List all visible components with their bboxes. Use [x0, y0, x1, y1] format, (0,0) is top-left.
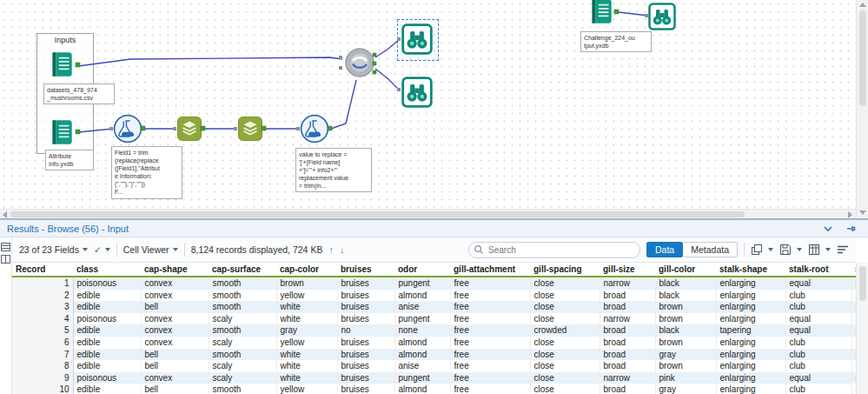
column-header-class[interactable]: class: [73, 263, 141, 277]
table-row[interactable]: 4poisonousconvexscalywhitebruisespungent…: [12, 313, 856, 325]
column-header-gill-size[interactable]: gill-size: [600, 263, 655, 277]
input-tool-attribute-info[interactable]: [47, 117, 76, 147]
table-cell[interactable]: narrow: [600, 277, 655, 290]
table-cell[interactable]: edible: [73, 337, 141, 349]
table-row[interactable]: 10ediblebellsmoothyellowbruisesalmondfre…: [12, 384, 856, 394]
table-row[interactable]: 5edibleconvexsmoothgraynononefreecrowded…: [12, 324, 856, 337]
table-cell[interactable]: white: [276, 360, 337, 372]
table-cell[interactable]: black: [655, 277, 716, 290]
record-number[interactable]: 7: [12, 349, 73, 361]
column-header-gill-color[interactable]: gill-color: [655, 263, 716, 277]
table-cell[interactable]: yellow: [276, 290, 337, 302]
scroll-left-icon[interactable]: [3, 211, 7, 218]
browse-tool-1[interactable]: [401, 23, 433, 55]
table-cell[interactable]: crowded: [530, 324, 600, 337]
column-header-gill-spacing[interactable]: gill-spacing: [530, 263, 600, 277]
table-cell[interactable]: club: [785, 384, 851, 394]
table-cell[interactable]: free: [450, 372, 530, 384]
browse-tool-2[interactable]: [401, 77, 433, 108]
input-tool-mushrooms-csv[interactable]: [47, 50, 76, 79]
table-cell[interactable]: bruises: [337, 301, 394, 313]
record-number[interactable]: 4: [12, 313, 73, 325]
transform-tool-2[interactable]: [237, 116, 263, 142]
table-cell[interactable]: white: [276, 372, 337, 384]
column-header-gill-attachment[interactable]: gill-attachment: [450, 263, 530, 277]
table-cell[interactable]: gray: [276, 324, 337, 337]
column-header-cap-color[interactable]: cap-color: [276, 263, 337, 277]
table-cell[interactable]: free: [450, 384, 530, 394]
table-cell[interactable]: enlarging: [716, 360, 785, 372]
table-cell[interactable]: black: [655, 324, 716, 337]
search-input[interactable]: [468, 242, 640, 258]
column-header-bruises[interactable]: bruises: [337, 263, 394, 277]
table-cell[interactable]: convex: [141, 277, 209, 290]
table-cell[interactable]: bruises: [337, 349, 394, 361]
scroll-down-icon[interactable]: [859, 210, 866, 215]
table-cell[interactable]: enlarging: [716, 277, 785, 290]
data-tab-button[interactable]: Data: [646, 242, 683, 257]
table-cell[interactable]: almond: [394, 349, 450, 361]
table-cell[interactable]: broad: [600, 337, 655, 349]
table-cell[interactable]: yellow: [276, 384, 337, 394]
results-layout-grid-icon[interactable]: [1, 243, 10, 251]
table-cell[interactable]: gray: [655, 384, 716, 394]
table-cell[interactable]: narrow: [600, 313, 655, 325]
record-number[interactable]: 2: [12, 290, 73, 302]
table-cell[interactable]: no: [337, 324, 394, 337]
transform-tool-1[interactable]: [176, 116, 202, 142]
annotation-output[interactable]: Challenge_224_ou tput.yxdb: [580, 31, 652, 52]
column-header-stalk-root[interactable]: stalk-root: [785, 263, 851, 277]
table-cell[interactable]: poisonous: [73, 372, 141, 384]
table-cell[interactable]: broad: [600, 360, 655, 372]
table-cell[interactable]: bruises: [337, 337, 394, 349]
table-scroll-thumb[interactable]: [859, 266, 866, 301]
table-cell[interactable]: white: [276, 301, 337, 313]
table-cell[interactable]: narrow: [600, 372, 655, 384]
more-menu-button[interactable]: [837, 244, 849, 255]
table-cell[interactable]: scaly: [209, 313, 276, 325]
table-cell[interactable]: smooth: [209, 384, 276, 394]
filter-check-dropdown[interactable]: ✓: [94, 244, 110, 255]
table-cell[interactable]: brown: [655, 337, 716, 349]
table-cell[interactable]: broad: [600, 384, 655, 394]
table-cell[interactable]: brown: [655, 301, 716, 313]
v-scroll-thumb[interactable]: [859, 10, 866, 106]
table-cell[interactable]: enlarging: [716, 349, 785, 361]
table-cell[interactable]: brown: [276, 277, 337, 290]
table-cell[interactable]: equal: [785, 313, 851, 325]
table-cell[interactable]: club: [785, 349, 851, 361]
table-row[interactable]: 8ediblebellscalywhitebruisesanisefreeclo…: [12, 360, 856, 372]
table-cell[interactable]: bruises: [337, 360, 394, 372]
table-cell[interactable]: broad: [600, 349, 655, 361]
table-cell[interactable]: broad: [600, 324, 655, 337]
results-layout-split-icon[interactable]: [1, 255, 10, 264]
column-header-stalk-shape[interactable]: stalk-shape: [716, 263, 785, 277]
table-cell[interactable]: close: [530, 290, 600, 302]
formula-tool-2[interactable]: [300, 114, 329, 144]
table-cell[interactable]: pungent: [394, 313, 450, 325]
table-cell[interactable]: edible: [73, 301, 141, 313]
table-cell[interactable]: close: [530, 372, 600, 384]
table-cell[interactable]: club: [785, 290, 851, 302]
scroll-bottom-button[interactable]: ↓: [340, 244, 345, 255]
save-dropdown[interactable]: [779, 244, 802, 256]
table-cell[interactable]: brown: [655, 313, 716, 325]
table-cell[interactable]: white: [276, 313, 337, 325]
table-cell[interactable]: close: [530, 313, 600, 325]
table-cell[interactable]: equal: [785, 277, 851, 290]
table-cell[interactable]: enlarging: [716, 290, 785, 302]
table-cell[interactable]: close: [530, 337, 600, 349]
table-cell[interactable]: broad: [600, 301, 655, 313]
table-cell[interactable]: edible: [73, 384, 141, 394]
union-tool[interactable]: [344, 47, 375, 78]
table-cell[interactable]: none: [394, 324, 450, 337]
table-cell[interactable]: scaly: [209, 372, 276, 384]
output-tool-challenge[interactable]: [586, 0, 617, 26]
table-cell[interactable]: tapering: [716, 324, 785, 337]
table-cell[interactable]: anise: [394, 301, 450, 313]
table-cell[interactable]: free: [450, 277, 530, 290]
record-number[interactable]: 6: [12, 337, 73, 349]
table-cell[interactable]: club: [785, 301, 851, 313]
table-cell[interactable]: smooth: [209, 277, 276, 290]
table-cell[interactable]: enlarging: [716, 301, 785, 313]
